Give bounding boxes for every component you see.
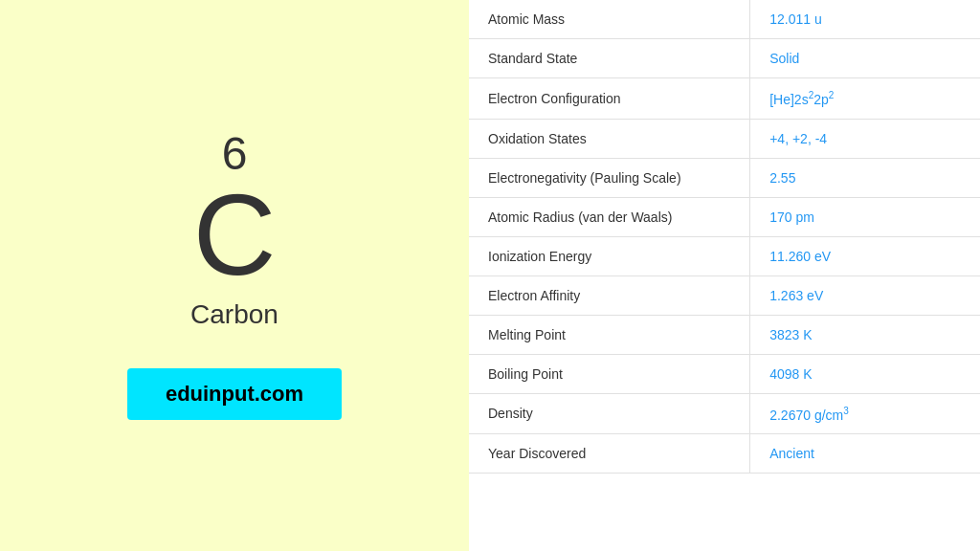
property-label: Electron Configuration bbox=[469, 78, 750, 120]
property-label: Boiling Point bbox=[469, 354, 750, 393]
property-value: 1.263 eV bbox=[750, 276, 980, 315]
table-row: Oxidation States+4, +2, -4 bbox=[469, 119, 980, 158]
element-name: Carbon bbox=[190, 299, 278, 330]
table-row: Electronegativity (Pauling Scale)2.55 bbox=[469, 158, 980, 197]
table-row: Year DiscoveredAncient bbox=[469, 434, 980, 474]
property-value: 2.2670 g/cm3 bbox=[750, 393, 980, 434]
table-row: Ionization Energy11.260 eV bbox=[469, 236, 980, 276]
table-row: Boiling Point4098 K bbox=[469, 354, 980, 393]
property-value: 4098 K bbox=[750, 354, 980, 393]
properties-table: Atomic Mass12.011 uStandard StateSolidEl… bbox=[469, 0, 980, 474]
property-value: Solid bbox=[750, 39, 980, 78]
property-label: Oxidation States bbox=[469, 119, 750, 158]
table-row: Electron Configuration[He]2s22p2 bbox=[469, 78, 980, 120]
property-label: Electronegativity (Pauling Scale) bbox=[469, 158, 750, 197]
table-row: Melting Point3823 K bbox=[469, 315, 980, 354]
property-label: Melting Point bbox=[469, 315, 750, 354]
property-label: Density bbox=[469, 393, 750, 434]
table-row: Density2.2670 g/cm3 bbox=[469, 393, 980, 434]
property-label: Electron Affinity bbox=[469, 276, 750, 315]
property-value: 2.55 bbox=[750, 158, 980, 197]
property-label: Standard State bbox=[469, 39, 750, 78]
website-badge: eduinput.com bbox=[127, 368, 342, 420]
property-label: Ionization Energy bbox=[469, 236, 750, 276]
property-value: 3823 K bbox=[750, 315, 980, 354]
property-value: +4, +2, -4 bbox=[750, 119, 980, 158]
property-value: Ancient bbox=[750, 434, 980, 474]
property-value: [He]2s22p2 bbox=[750, 78, 980, 120]
element-symbol: C bbox=[193, 177, 277, 292]
property-label: Atomic Mass bbox=[469, 0, 750, 39]
table-row: Standard StateSolid bbox=[469, 39, 980, 78]
property-value: 12.011 u bbox=[750, 0, 980, 39]
website-text: eduinput.com bbox=[166, 382, 303, 406]
property-value: 170 pm bbox=[750, 197, 980, 236]
properties-panel: Atomic Mass12.011 uStandard StateSolidEl… bbox=[469, 0, 980, 551]
element-card: 6 C Carbon eduinput.com bbox=[0, 0, 469, 551]
table-row: Atomic Mass12.011 u bbox=[469, 0, 980, 39]
property-label: Year Discovered bbox=[469, 434, 750, 474]
table-row: Atomic Radius (van der Waals)170 pm bbox=[469, 197, 980, 236]
property-label: Atomic Radius (van der Waals) bbox=[469, 197, 750, 236]
property-value: 11.260 eV bbox=[750, 236, 980, 276]
table-row: Electron Affinity1.263 eV bbox=[469, 276, 980, 315]
